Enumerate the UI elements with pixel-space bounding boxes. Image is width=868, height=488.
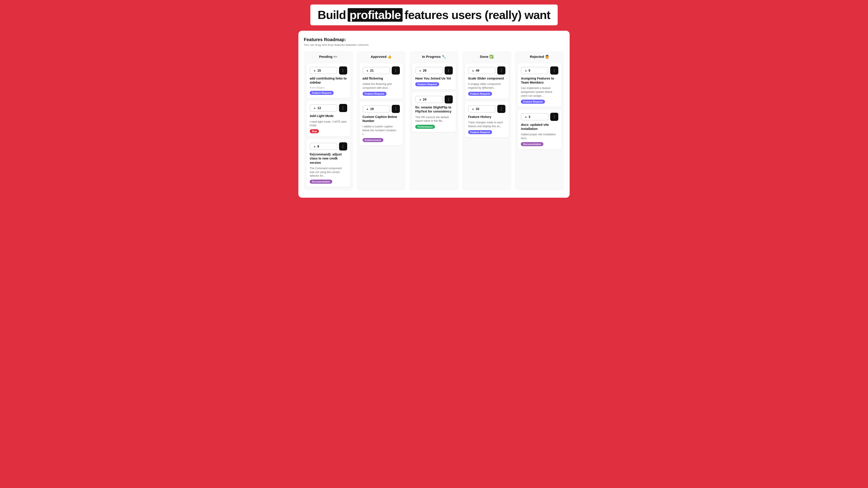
hero-word-rest: features users (really) want bbox=[404, 8, 550, 22]
card-description: A snappy slider component inspired by @f… bbox=[468, 82, 506, 90]
card-title: docs: updated vite installation bbox=[521, 123, 558, 131]
card-description: This PR corrects the default export name… bbox=[415, 116, 453, 123]
status-badge: Bug bbox=[310, 129, 319, 133]
vote-button[interactable]: ▲33 bbox=[468, 105, 496, 112]
vote-row: ▲24⋮ bbox=[415, 95, 453, 103]
vote-count: 29 bbox=[423, 69, 427, 72]
dots-icon: ⋮ bbox=[394, 107, 398, 111]
column-rejected: Rejected 🙅▲5⋮Assigning Features to Team … bbox=[515, 51, 564, 191]
menu-button[interactable]: ⋮ bbox=[550, 66, 558, 74]
menu-button[interactable]: ⋮ bbox=[339, 66, 347, 74]
list-item: ▲8⋮fix(command): adjust class to new cmd… bbox=[307, 139, 350, 187]
status-badge: Feature Request bbox=[468, 130, 492, 134]
card-title: fix(command): adjust class to new cmdk v… bbox=[310, 152, 347, 165]
vote-count: 24 bbox=[423, 98, 427, 101]
vote-button[interactable]: ▲49 bbox=[468, 67, 496, 74]
card-description: Track changes made to each feature and d… bbox=[468, 121, 506, 128]
status-badge: Feature Request bbox=[363, 92, 386, 96]
vote-count: 33 bbox=[476, 107, 479, 111]
vote-count: 49 bbox=[476, 69, 479, 72]
card-title: Add Light Mode bbox=[310, 114, 347, 118]
list-item: ▲21⋮add flickeringAdded the flickering g… bbox=[360, 63, 403, 99]
vote-count: 8 bbox=[317, 144, 319, 148]
vote-button[interactable]: ▲5 bbox=[521, 67, 548, 74]
vote-count: 13 bbox=[317, 106, 321, 110]
dots-icon: ⋮ bbox=[500, 107, 503, 111]
menu-button[interactable]: ⋮ bbox=[445, 95, 453, 103]
status-badge: Performance bbox=[415, 125, 435, 129]
menu-button[interactable]: ⋮ bbox=[445, 66, 453, 74]
vote-button[interactable]: ▲15 bbox=[310, 67, 337, 74]
status-badge: Enhancement bbox=[363, 138, 383, 142]
vote-button[interactable]: ▲19 bbox=[363, 105, 390, 112]
card-title: Custom Caption Below Number bbox=[363, 115, 400, 123]
board-header: Features Roadmap: You can drag and drop … bbox=[304, 37, 564, 46]
list-item: ▲24⋮fix: rename SlightFlip to FlipText f… bbox=[412, 92, 456, 132]
dots-icon: ⋮ bbox=[447, 68, 451, 73]
chevron-up-icon: ▲ bbox=[313, 69, 316, 72]
chevron-up-icon: ▲ bbox=[419, 98, 422, 101]
column-header-approved: Approved 👍 bbox=[360, 55, 403, 61]
status-badge: Feature Request bbox=[310, 91, 334, 95]
list-item: ▲49⋮Scale Slider componentA snappy slide… bbox=[465, 63, 509, 99]
dots-icon: ⋮ bbox=[341, 68, 345, 73]
vote-button[interactable]: ▲29 bbox=[415, 67, 443, 74]
vote-row: ▲5⋮ bbox=[521, 66, 558, 74]
card-description: Can implement a feature assignment syste… bbox=[521, 86, 558, 98]
menu-button[interactable]: ⋮ bbox=[497, 66, 505, 74]
column-header-rejected: Rejected 🙅 bbox=[518, 55, 561, 61]
column-in-progress: In Progress 🔧▲29⋮Have You Joined Us YetF… bbox=[409, 51, 459, 191]
chevron-up-icon: ▲ bbox=[419, 69, 422, 72]
hero-word-profitable: profitable bbox=[348, 8, 403, 22]
vote-row: ▲33⋮ bbox=[468, 105, 506, 113]
dots-icon: ⋮ bbox=[553, 115, 556, 119]
column-done: Done ✅▲49⋮Scale Slider componentA snappy… bbox=[462, 51, 512, 191]
status-badge: Documentation bbox=[310, 180, 332, 184]
chevron-up-icon: ▲ bbox=[313, 106, 316, 109]
card-title: add flickering bbox=[363, 76, 400, 80]
chevron-up-icon: ▲ bbox=[472, 107, 474, 110]
vote-row: ▲13⋮ bbox=[310, 104, 347, 112]
hero-word-build: Build bbox=[318, 8, 346, 22]
board-title: Features Roadmap: bbox=[304, 37, 564, 42]
list-item: ▲29⋮Have You Joined Us YetFeature Reques… bbox=[412, 63, 456, 90]
menu-button[interactable]: ⋮ bbox=[339, 142, 347, 151]
vote-button[interactable]: ▲21 bbox=[363, 67, 390, 74]
vote-button[interactable]: ▲24 bbox=[415, 96, 443, 103]
vote-count: 21 bbox=[370, 69, 374, 72]
card-description: Added the flickering grid component with… bbox=[363, 82, 400, 90]
board-container: Features Roadmap: You can drag and drop … bbox=[298, 31, 569, 198]
vote-button[interactable]: ▲8 bbox=[310, 143, 337, 150]
card-description: I added a custom caption below the numbe… bbox=[363, 125, 400, 136]
dots-icon: ⋮ bbox=[341, 144, 345, 149]
dots-icon: ⋮ bbox=[447, 97, 451, 102]
vote-button[interactable]: ▲13 bbox=[310, 104, 337, 111]
vote-row: ▲8⋮ bbox=[310, 142, 347, 151]
columns-wrapper: Pending 👀▲15⋮add contributing links to s… bbox=[304, 51, 564, 191]
column-approved: Approved 👍▲21⋮add flickeringAdded the fl… bbox=[357, 51, 406, 191]
menu-button[interactable]: ⋮ bbox=[339, 104, 347, 112]
vote-button[interactable]: ▲3 bbox=[521, 113, 548, 121]
menu-button[interactable]: ⋮ bbox=[392, 66, 400, 74]
chevron-up-icon: ▲ bbox=[366, 107, 369, 110]
vote-row: ▲49⋮ bbox=[468, 66, 506, 74]
dots-icon: ⋮ bbox=[500, 68, 503, 73]
menu-button[interactable]: ⋮ bbox=[550, 113, 558, 121]
dots-icon: ⋮ bbox=[394, 68, 398, 73]
card-description: Added proper vite installation docs bbox=[521, 133, 558, 140]
chevron-up-icon: ▲ bbox=[524, 115, 527, 119]
column-header-pending: Pending 👀 bbox=[307, 55, 350, 61]
board-subtitle: You can drag and drop features between c… bbox=[304, 43, 564, 46]
menu-button[interactable]: ⋮ bbox=[392, 105, 400, 113]
card-source: From Shadcn bbox=[310, 86, 347, 89]
card-title: Have You Joined Us Yet bbox=[415, 76, 453, 80]
chevron-up-icon: ▲ bbox=[366, 69, 369, 72]
vote-count: 15 bbox=[317, 69, 321, 72]
vote-row: ▲19⋮ bbox=[363, 105, 400, 113]
card-title: fix: rename SlightFlip to FlipText for c… bbox=[415, 105, 453, 113]
status-badge: Feature Request bbox=[468, 92, 492, 96]
menu-button[interactable]: ⋮ bbox=[497, 105, 505, 113]
status-badge: Feature Request bbox=[415, 82, 439, 86]
hero-banner: Build profitable features users (really)… bbox=[310, 4, 557, 25]
column-header-in-progress: In Progress 🔧 bbox=[412, 55, 456, 61]
